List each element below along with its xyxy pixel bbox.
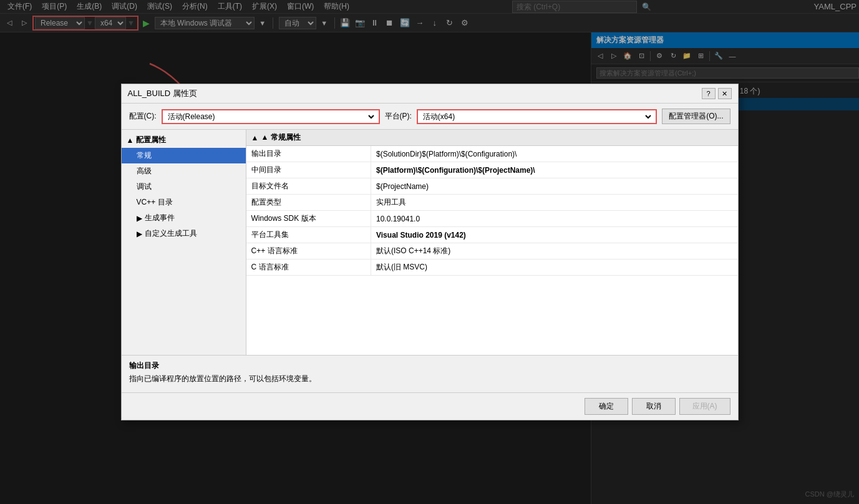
ok-button[interactable]: 确定 [585,398,628,415]
prop-val-cpp-std[interactable]: 默认(ISO C++14 标准) [371,243,738,259]
dialog-close-button[interactable]: ✕ [718,88,732,99]
dialog-controls: ? ✕ [702,88,732,99]
props-section-header: ▲ ▲ 常规属性 [246,130,738,146]
table-row: 目标文件名 $(ProjectName) [246,178,738,195]
dialog-config-row: 配置(C): 活动(Release) 平台(P): 活动(x64) 配置管理器(… [122,104,738,130]
prop-val-toolset[interactable]: Visual Studio 2019 (v142) [371,227,738,243]
dialog-desc-title: 输出目录 [129,361,730,371]
apply-button[interactable]: 应用(A) [679,398,730,415]
config-value-select[interactable]: 活动(Release) [165,112,376,122]
dialog-help-button[interactable]: ? [702,88,716,99]
table-row: 平台工具集 Visual Studio 2019 (v142) [246,227,738,243]
prop-name-target-name: 目标文件名 [246,178,371,195]
prop-val-output-dir[interactable]: $(SolutionDir)$(Platform)\$(Configuratio… [371,146,738,162]
dialog-buttons: 确定 取消 应用(A) [122,392,738,420]
config-label: 配置(C): [129,111,157,122]
table-row: 输出目录 $(SolutionDir)$(Platform)\$(Configu… [246,146,738,162]
custom-build-arrow: ▶ [137,230,142,238]
props-content: ▲ ▲ 常规属性 输出目录 $(SolutionDir)$(Platform)\… [246,130,738,355]
config-props-arrow: ▲ [127,136,134,145]
prop-name-winsdk: Windows SDK 版本 [246,211,371,227]
props-tree-debug[interactable]: 调试 [122,179,246,195]
table-row: C 语言标准 默认(旧 MSVC) [246,259,738,276]
prop-val-target-name[interactable]: $(ProjectName) [371,178,738,195]
prop-val-int-dir[interactable]: $(Platform)\$(Configuration)\$(ProjectNa… [371,162,738,178]
prop-name-int-dir: 中间目录 [246,162,371,178]
dialog-overlay: ALL_BUILD 属性页 ? ✕ 配置(C): 活动(Release) 平台(… [0,0,859,504]
prop-val-c-std[interactable]: 默认(旧 MSVC) [371,259,738,276]
properties-dialog: ALL_BUILD 属性页 ? ✕ 配置(C): 活动(Release) 平台(… [121,84,739,420]
props-tree-build-events[interactable]: ▶生成事件 [122,210,246,226]
config-props-label: 配置属性 [136,135,166,145]
props-tree-custom-build[interactable]: ▶自定义生成工具 [122,226,246,241]
build-events-arrow: ▶ [137,214,142,223]
prop-name-cpp-std: C++ 语言标准 [246,243,371,259]
props-section-config[interactable]: ▲ 配置属性 [122,132,246,148]
cancel-button[interactable]: 取消 [632,398,676,415]
dialog-body: ▲ 配置属性 常规 高级 调试 VC++ 目录 ▶生成事件 ▶自定义生成工具 ▲ [122,130,738,355]
props-section-arrow: ▲ [251,133,259,142]
table-row: C++ 语言标准 默认(ISO C++14 标准) [246,243,738,259]
dialog-description: 输出目录 指向已编译程序的放置位置的路径，可以包括环境变量。 [122,355,738,392]
table-row: 配置类型 实用工具 [246,195,738,211]
platform-value-select[interactable]: 活动(x64) [420,112,653,122]
prop-val-config-type[interactable]: 实用工具 [371,195,738,211]
prop-val-winsdk[interactable]: 10.0.19041.0 [371,211,738,227]
props-table: 输出目录 $(SolutionDir)$(Platform)\$(Configu… [246,146,738,276]
props-tree-advanced[interactable]: 高级 [122,163,246,179]
dialog-titlebar: ALL_BUILD 属性页 ? ✕ [122,84,738,104]
props-section-title: ▲ 常规属性 [261,132,300,143]
config-select-container: 活动(Release) [162,109,380,124]
platform-label: 平台(P): [385,111,412,122]
config-manager-button[interactable]: 配置管理器(O)... [662,109,730,124]
table-row: Windows SDK 版本 10.0.19041.0 [246,211,738,227]
prop-name-output-dir: 输出目录 [246,146,371,162]
prop-name-c-std: C 语言标准 [246,259,371,276]
prop-name-config-type: 配置类型 [246,195,371,211]
dialog-desc-text: 指向已编译程序的放置位置的路径，可以包括环境变量。 [129,374,730,384]
prop-name-toolset: 平台工具集 [246,227,371,243]
platform-select-container: 活动(x64) [417,109,657,124]
table-row: 中间目录 $(Platform)\$(Configuration)\$(Proj… [246,162,738,178]
props-tree-general[interactable]: 常规 [122,148,246,163]
dialog-title: ALL_BUILD 属性页 [128,88,197,99]
props-tree: ▲ 配置属性 常规 高级 调试 VC++ 目录 ▶生成事件 ▶自定义生成工具 [122,130,246,355]
props-tree-vc-dirs[interactable]: VC++ 目录 [122,195,246,210]
